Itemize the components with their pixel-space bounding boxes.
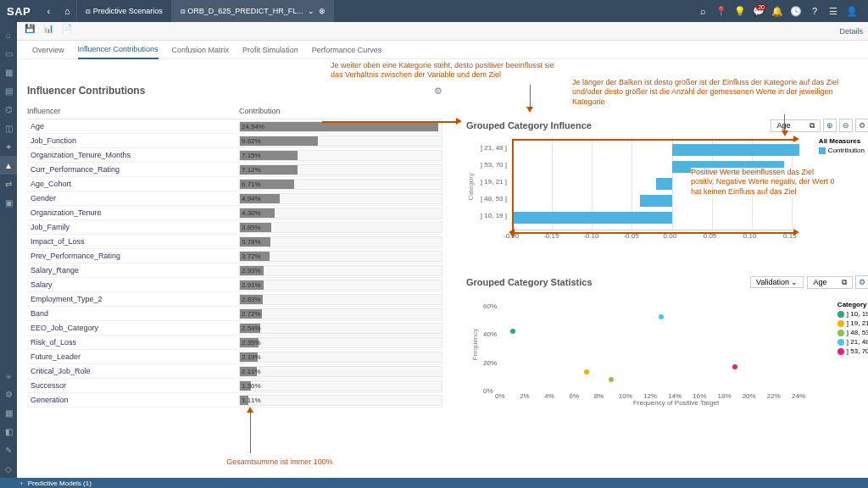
gci-gear-icon[interactable]: ⚙ <box>855 119 868 132</box>
side-cube-icon[interactable]: ◧ <box>0 422 17 441</box>
side-grid-icon[interactable]: ▦ <box>0 63 17 81</box>
notif-icon[interactable]: 🔔 <box>768 6 787 17</box>
side-page-icon[interactable]: ▭ <box>0 44 17 63</box>
main-panel: Overview Influencer Contributions Confus… <box>17 41 868 478</box>
toolbar: 💾 📊 📄 Details <box>17 22 868 41</box>
top-bar: SAP ‹ ⌂ ⧈ Predictive Scenarios ⧈ ORB_D_6… <box>0 0 868 22</box>
zoom-out-icon[interactable]: ⊖ <box>839 119 853 132</box>
table-row[interactable]: Organization_Tenure_Months7.15% <box>27 148 442 163</box>
gci-panel: Grouped Category Influence Age ⧉ ⊕ ⊖ ⚙ C… <box>466 119 868 247</box>
cube-icon: ⧈ <box>181 7 186 16</box>
tab-profit[interactable]: Profit Simulation <box>242 41 298 59</box>
gci-selector[interactable]: Age ⧉ <box>771 119 821 132</box>
gcs-sel1[interactable]: Validation ⌄ <box>750 276 804 288</box>
annot-right: Je länger der Balken ist desto größer is… <box>572 78 860 107</box>
chat-icon[interactable]: 💬20 <box>749 6 768 17</box>
table-row[interactable]: Critical_Job_Role2.11% <box>27 364 442 379</box>
table-row[interactable]: Band2.72% <box>27 307 442 321</box>
back-icon[interactable]: ‹ <box>39 6 58 16</box>
gcs-legend: Category ] 10, 19 ]] 19, 21 ]] 48, 53 ]]… <box>837 301 868 355</box>
table-row[interactable]: Risk_of_Loss2.35% <box>27 336 442 350</box>
side-book-icon[interactable]: ▤ <box>0 81 17 100</box>
table-row[interactable]: Prev_Performance_Rating3.72% <box>27 249 442 263</box>
side-wrench-icon[interactable]: ✎ <box>0 441 17 459</box>
table-row[interactable]: Curr_Performance_Rating7.12% <box>27 163 442 177</box>
table-row[interactable]: Generation1.11% <box>27 393 442 408</box>
side-cal-icon[interactable]: ▦ <box>0 403 17 422</box>
left-sidebar: ⌂ ▭ ▦ ▤ ⌬ ◫ ✦ ▲ ⇄ ▣ ⍟ ⚙ ▦ ◧ ✎ ◇ <box>0 22 17 478</box>
table-row[interactable]: Employment_Type_22.83% <box>27 292 442 307</box>
side-x-icon[interactable]: ◇ <box>0 459 17 478</box>
gci-legend: All Measures Contribution <box>819 137 865 154</box>
tab-confusion[interactable]: Confusion Matrix <box>172 41 230 59</box>
side-clip-icon[interactable]: ▣ <box>0 193 17 212</box>
help-icon[interactable]: ? <box>805 6 824 16</box>
side-db-icon[interactable]: ◫ <box>0 119 17 137</box>
col-contribution: Contribution <box>239 107 281 115</box>
chart-icon[interactable]: 📊 <box>41 24 56 39</box>
close-icon[interactable]: ⊗ <box>319 7 326 15</box>
gcs-chart: Frequency 0%20%40%60%0%2%4%6%8%10%12%14%… <box>483 297 797 399</box>
details-link[interactable]: Details <box>839 27 863 36</box>
footer-bar[interactable]: › Predictive Models (1) <box>0 478 868 488</box>
zoom-in-icon[interactable]: ⊕ <box>823 119 837 132</box>
sub-tabs: Overview Influencer Contributions Confus… <box>17 41 868 59</box>
sap-logo: SAP <box>7 5 31 18</box>
table-row[interactable]: Successor1.36% <box>27 379 442 393</box>
influencer-panel: Influencer Contributions ⚙ Influencer Co… <box>27 85 442 408</box>
table-row[interactable]: Impact_of_Loss3.78% <box>27 235 442 249</box>
gcs-title: Grouped Category Statistics <box>466 277 593 287</box>
tab-model[interactable]: ⧈ ORB_D_625_PREDICT_HR_FL... ⌄ ⊗ <box>171 0 334 22</box>
table-row[interactable]: Future_Leader2.19% <box>27 350 442 364</box>
content-area: Influencer Contributions ⚙ Influencer Co… <box>17 59 868 478</box>
menu-icon[interactable]: ☰ <box>824 6 843 17</box>
gcs-xlabel: Frequency of Positive Target <box>483 399 868 407</box>
annot-top: Je weiter oben eine Kategorie steht, des… <box>331 61 559 80</box>
side-hier-icon[interactable]: ⌬ <box>0 100 17 119</box>
table-row[interactable]: Salary2.91% <box>27 278 442 292</box>
table-row[interactable]: Organization_Tenure4.30% <box>27 206 442 220</box>
tab-influencer[interactable]: Influencer Contributions <box>78 41 159 59</box>
tab-perf[interactable]: Performance Curves <box>312 41 382 59</box>
table-row[interactable]: Job_Function9.62% <box>27 134 442 148</box>
expand-icon[interactable]: › <box>20 480 23 487</box>
tab-predictive-scenarios[interactable]: ⧈ Predictive Scenarios <box>76 0 171 22</box>
gcs-gear-icon[interactable]: ⚙ <box>855 275 868 289</box>
col-influencer: Influencer <box>27 107 239 115</box>
table-row[interactable]: Salary_Range2.93% <box>27 263 442 278</box>
user-icon[interactable]: 👤 <box>843 6 861 17</box>
gear-icon[interactable]: ⚙ <box>434 86 442 97</box>
idea-icon[interactable]: 💡 <box>731 6 749 17</box>
table-row[interactable]: Gender4.94% <box>27 191 442 206</box>
table-row[interactable]: Age_Cohort6.71% <box>27 177 442 191</box>
gcs-sel2[interactable]: Age ⧉ <box>807 276 853 289</box>
cube-icon: ⧈ <box>86 7 91 16</box>
save-icon[interactable]: 💾 <box>22 24 37 39</box>
export-icon[interactable]: 📄 <box>59 24 75 39</box>
gci-title: Grouped Category Influence <box>466 120 592 130</box>
table-row[interactable]: Job_Family3.85% <box>27 220 442 235</box>
side-tool-icon[interactable]: ⚙ <box>0 385 17 403</box>
home-icon[interactable]: ⌂ <box>58 6 76 16</box>
gcs-panel: Grouped Category Statistics Validation ⌄… <box>466 275 868 407</box>
side-link-icon[interactable]: ⇄ <box>0 175 17 193</box>
chevron-down-icon[interactable]: ⌄ <box>308 7 314 15</box>
side-user-icon[interactable]: ⍟ <box>0 366 17 385</box>
panel-title: Influencer Contributions <box>27 85 145 97</box>
table-row[interactable]: EEO_Job_Category2.54% <box>27 321 442 336</box>
annot-box: Positive Werte beeinflussen das Ziel pos… <box>691 168 835 197</box>
side-chart-icon[interactable]: ▲ <box>0 156 17 175</box>
pin-icon[interactable]: 📍 <box>712 6 731 17</box>
search-icon[interactable]: ⌕ <box>693 6 712 16</box>
side-light-icon[interactable]: ✦ <box>0 137 17 156</box>
annot-bottom: Gesamtsumme ist immer 100% <box>195 458 364 467</box>
clock-icon[interactable]: 🕓 <box>787 6 805 17</box>
side-home-icon[interactable]: ⌂ <box>0 25 17 44</box>
tab-overview[interactable]: Overview <box>32 41 64 59</box>
